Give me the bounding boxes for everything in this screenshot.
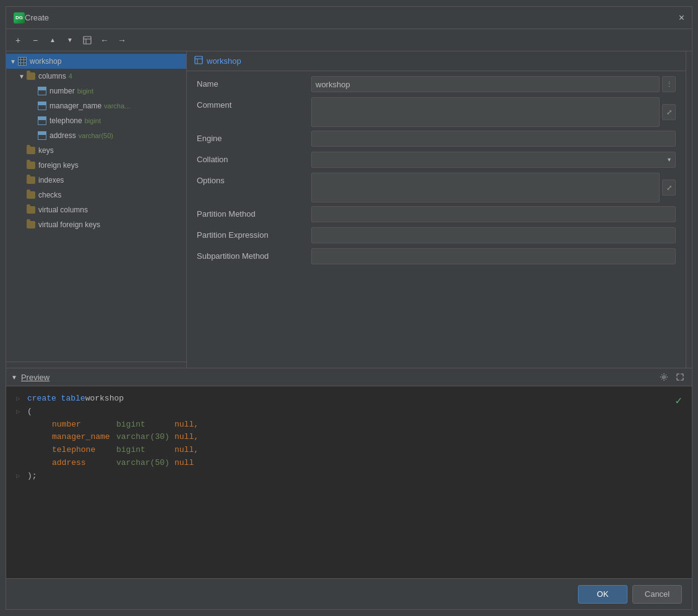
tree-item-telephone[interactable]: telephone bigint bbox=[6, 113, 186, 128]
home-button[interactable] bbox=[79, 32, 95, 48]
cancel-button[interactable]: Cancel bbox=[632, 585, 682, 604]
tree-item-label: virtual columns bbox=[38, 206, 88, 214]
subpartition-method-input-wrap bbox=[311, 248, 676, 264]
preview-settings-button[interactable] bbox=[657, 370, 671, 384]
options-expand-button[interactable]: ⤢ bbox=[662, 180, 676, 196]
field-row-partition-expression: Partition Expression bbox=[197, 227, 676, 245]
tree-item-checks[interactable]: checks bbox=[6, 188, 186, 202]
column-icon bbox=[37, 86, 47, 96]
partition-expression-input[interactable] bbox=[311, 227, 676, 243]
tree-area: ▼ workshop ▼ columns 4 bbox=[6, 51, 186, 362]
tree-item-keys[interactable]: keys bbox=[6, 143, 186, 158]
preview-actions bbox=[657, 370, 687, 384]
left-panel: ▼ workshop ▼ columns 4 bbox=[6, 51, 187, 368]
tab-label: workshop bbox=[207, 56, 241, 66]
close-button[interactable]: × bbox=[679, 13, 684, 23]
forward-button[interactable]: → bbox=[114, 32, 130, 48]
col-null-address: null bbox=[174, 457, 194, 470]
tree-item-virtual-columns[interactable]: virtual columns bbox=[6, 202, 186, 217]
field-row-options: Options ⤢ bbox=[197, 173, 676, 202]
comment-textarea[interactable] bbox=[311, 97, 660, 127]
kw-end: ); bbox=[27, 470, 37, 483]
tree-item-label: number bbox=[50, 87, 75, 95]
subpartition-method-label: Subpartition Method bbox=[197, 248, 311, 261]
preview-label[interactable]: Preview bbox=[21, 373, 50, 382]
tree-item-address[interactable]: address varchar(50) bbox=[6, 128, 186, 143]
svg-point-6 bbox=[663, 376, 665, 378]
comment-input-wrap: ⤢ bbox=[311, 97, 676, 127]
move-down-button[interactable]: ▼ bbox=[62, 32, 78, 48]
partition-expression-label: Partition Expression bbox=[197, 227, 311, 240]
options-label: Options bbox=[197, 173, 311, 185]
col-name-telephone: telephone bbox=[52, 444, 114, 457]
field-row-name: Name ⋮ bbox=[197, 76, 676, 93]
col-name-address: address bbox=[52, 457, 114, 470]
tree-item-label: checks bbox=[38, 191, 61, 199]
folder-icon bbox=[26, 160, 36, 170]
remove-button[interactable]: − bbox=[27, 32, 43, 48]
tree-item-label: foreign keys bbox=[38, 161, 79, 170]
tree-item-virtual-foreign-keys[interactable]: virtual foreign keys bbox=[6, 217, 186, 232]
options-textarea[interactable] bbox=[311, 173, 660, 202]
field-row-partition-method: Partition Method bbox=[197, 206, 676, 223]
preview-arrow[interactable]: ▼ bbox=[11, 374, 17, 381]
col-type-number: bigint bbox=[116, 419, 172, 432]
dialog-title: Create bbox=[25, 13, 49, 22]
folder-icon bbox=[26, 205, 36, 215]
col-type-address: varchar(50) bbox=[116, 457, 172, 470]
partition-method-input[interactable] bbox=[311, 206, 676, 222]
tree-item-foreign-keys[interactable]: foreign keys bbox=[6, 158, 186, 173]
preview-expand-button[interactable] bbox=[673, 370, 687, 384]
code-line-end: ▷ ); bbox=[16, 470, 682, 483]
tree-item-label: columns bbox=[38, 72, 66, 80]
collation-label: Collation bbox=[197, 152, 311, 164]
tree-item-label: keys bbox=[38, 146, 54, 155]
engine-label: Engine bbox=[197, 131, 311, 143]
col-null-number: null, bbox=[174, 419, 199, 432]
subpartition-method-input[interactable] bbox=[311, 248, 676, 264]
tree-item-number[interactable]: number bigint bbox=[6, 84, 186, 98]
toolbar: + − ▲ ▼ ← → bbox=[6, 29, 692, 51]
name-more-button[interactable]: ⋮ bbox=[662, 76, 676, 92]
name-input[interactable] bbox=[311, 76, 660, 92]
kw-table-name: workshop bbox=[85, 393, 124, 406]
comment-expand-button[interactable]: ⤢ bbox=[662, 104, 676, 120]
title-bar: DG Create × bbox=[6, 7, 692, 29]
tree-item-columns[interactable]: ▼ columns 4 bbox=[6, 69, 186, 84]
add-button[interactable]: + bbox=[10, 32, 26, 48]
dialog-footer: OK Cancel bbox=[6, 578, 692, 609]
back-button[interactable]: ← bbox=[97, 32, 113, 48]
tree-item-workshop-root[interactable]: ▼ workshop bbox=[6, 54, 186, 69]
col-name-number: number bbox=[52, 419, 114, 432]
preview-section: ▼ Preview ✓ ▷ create bbox=[6, 368, 692, 578]
tree-item-label: virtual foreign keys bbox=[38, 220, 100, 229]
tree-item-type: varchar(50) bbox=[79, 132, 113, 139]
expand-arrow: ▼ bbox=[9, 58, 17, 65]
ok-button[interactable]: OK bbox=[578, 585, 627, 604]
table-icon-tab bbox=[194, 56, 203, 66]
code-line-manager: manager_name varchar(30) null, bbox=[16, 431, 682, 444]
engine-input-wrap bbox=[311, 131, 676, 147]
main-content: ▼ workshop ▼ columns 4 bbox=[6, 51, 692, 368]
columns-badge: 4 bbox=[69, 72, 72, 80]
right-scrollbar[interactable] bbox=[686, 51, 692, 368]
tree-item-manager-name[interactable]: manager_name varcha... bbox=[6, 98, 186, 113]
name-label: Name bbox=[197, 76, 311, 89]
engine-input[interactable] bbox=[311, 131, 676, 147]
tab-bar: workshop bbox=[187, 51, 686, 71]
tree-item-type: varcha... bbox=[104, 102, 130, 110]
move-up-button[interactable]: ▲ bbox=[45, 32, 61, 48]
horizontal-scrollbar[interactable] bbox=[6, 362, 186, 368]
table-icon bbox=[17, 56, 27, 66]
folder-icon bbox=[26, 145, 36, 155]
col-null-manager: null, bbox=[174, 431, 199, 444]
collation-select[interactable] bbox=[311, 152, 676, 168]
tree-item-label: workshop bbox=[30, 57, 61, 66]
col-type-manager: varchar(30) bbox=[116, 431, 172, 444]
column-icon bbox=[37, 101, 47, 111]
field-row-comment: Comment ⤢ bbox=[197, 97, 676, 127]
column-icon bbox=[37, 131, 47, 141]
folder-icon bbox=[26, 175, 36, 185]
tree-item-indexes[interactable]: indexes bbox=[6, 173, 186, 188]
tab-workshop[interactable]: workshop bbox=[194, 56, 241, 66]
